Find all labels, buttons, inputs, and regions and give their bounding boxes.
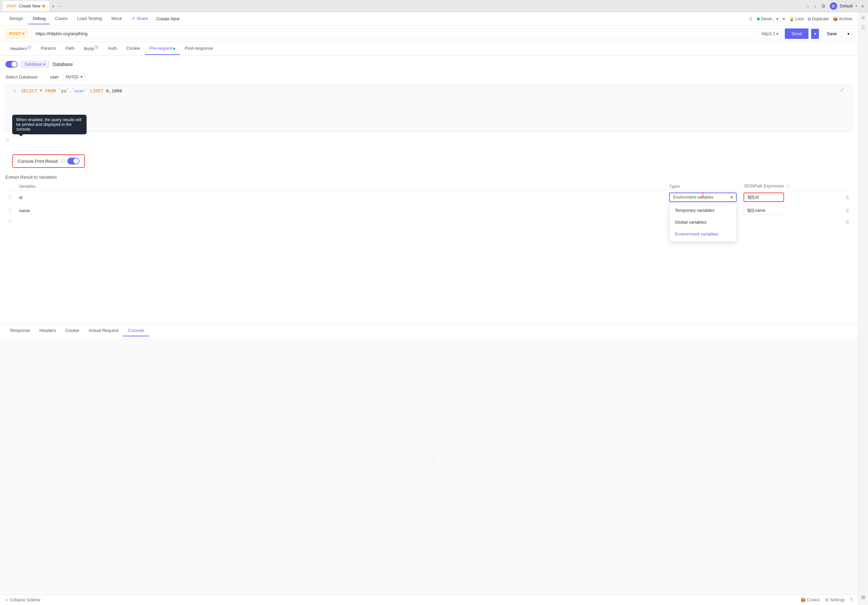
back-button[interactable]: ‹ xyxy=(806,2,810,10)
save-button[interactable]: Save xyxy=(822,28,842,39)
send-button[interactable]: Send xyxy=(785,28,809,39)
red-arrow-indicator: ↓ xyxy=(701,189,705,199)
tooltip-wrapper: When enabled, the query results will be … xyxy=(12,137,85,168)
db-label: Select Database xyxy=(5,74,46,79)
delete-row3[interactable]: 🗑 xyxy=(845,219,850,224)
save-dropdown-button[interactable]: ▾ xyxy=(845,29,852,39)
console-print-toggle[interactable] xyxy=(67,158,79,164)
settings-icon[interactable]: ⚙ xyxy=(820,2,827,10)
nav-tab-mock[interactable]: Mock xyxy=(107,13,126,24)
section-tag-chevron: ▾ xyxy=(43,62,45,67)
delete-row1[interactable]: 🗑 xyxy=(845,195,850,200)
nav-tab-design[interactable]: Design xyxy=(5,13,27,24)
console-print-label: Console Print Result xyxy=(18,159,58,164)
archive-button[interactable]: 📦 Archive xyxy=(833,17,852,21)
section-label-tag[interactable]: Database ▾ xyxy=(21,61,49,68)
drag-handle-row2[interactable]: ⠿ xyxy=(8,208,11,213)
bot-tab-console[interactable]: Console xyxy=(123,325,149,336)
right-icon-1[interactable]: ⊕ xyxy=(861,15,865,20)
env-list-button[interactable]: ≡ xyxy=(783,16,785,21)
drag-handle-row1[interactable]: ⠿ xyxy=(8,195,11,200)
section-tag-label: Database xyxy=(25,62,42,67)
tab-prerequest[interactable]: Pre-request xyxy=(145,42,180,55)
tab-params[interactable]: Params xyxy=(36,42,60,55)
jsonpath-info-icon[interactable]: ⓘ xyxy=(786,184,790,188)
dropdown-item-temporary[interactable]: Temporary variables xyxy=(670,204,736,216)
tab-auth[interactable]: Auth xyxy=(103,42,122,55)
nav-tab-loadtesting[interactable]: Load Testing xyxy=(73,13,106,24)
lock-button[interactable]: 🔒 Lock xyxy=(789,17,804,21)
expand-button[interactable]: ⤢ xyxy=(840,87,844,92)
env-label: Devel... xyxy=(761,17,775,21)
tab-path[interactable]: Path xyxy=(60,42,79,55)
help-button[interactable]: ? xyxy=(850,597,852,602)
bot-tab-response[interactable]: Response xyxy=(5,325,35,336)
right-icon-2[interactable]: ☰ xyxy=(861,24,865,30)
tab-cookie[interactable]: Cookie xyxy=(122,42,145,55)
settings-button[interactable]: ⚙ Settings xyxy=(825,597,845,602)
collapse-sidebar-button[interactable]: « Collapse Sidebar xyxy=(5,597,40,602)
url-input[interactable] xyxy=(31,28,755,39)
tab-bar-right: ‹ › ⚙ D Default ▾ ≡ xyxy=(806,2,865,10)
method-select[interactable]: POST ▾ xyxy=(5,29,28,39)
forward-button[interactable]: › xyxy=(813,2,817,10)
col-drag xyxy=(5,182,16,191)
tab-postresponse[interactable]: Post-response xyxy=(180,42,218,55)
request-tabs: Headers(1) Params Path Body(1) Auth Cook… xyxy=(0,42,858,56)
response-area xyxy=(0,337,858,594)
code-editor[interactable]: 1 SELECT * FROM `yu`.`user` LIMIT 0,1000… xyxy=(5,85,852,132)
protocol-select[interactable]: http/1.1 ▾ xyxy=(758,29,782,39)
menu-icon[interactable]: ≡ xyxy=(860,2,865,10)
main-content: Database ▾ Database Select Database user… xyxy=(0,56,858,324)
jsonpath-row1[interactable]: $[0].id xyxy=(744,192,784,202)
browser-tab[interactable]: POST Create New xyxy=(3,1,49,11)
db-type-select[interactable]: MySQL ▾ xyxy=(63,73,85,81)
env-selector[interactable]: Devel... ▾ xyxy=(757,17,778,21)
profile-chevron[interactable]: ▾ xyxy=(856,4,857,8)
nav-tab-debug[interactable]: Debug xyxy=(28,13,50,24)
extract-table: Variables Types JSONPath Expression ⓘ xyxy=(5,182,852,226)
db-row: Select Database user MySQL ▾ xyxy=(5,73,852,81)
new-tab-button[interactable]: + xyxy=(50,2,56,10)
type-dropdown-container: Environment variables ▾ ↓ xyxy=(669,192,738,202)
dropdown-item-environment[interactable]: Environment variables xyxy=(670,228,736,240)
svg-point-3 xyxy=(431,462,433,464)
cookie-icon: 🍪 xyxy=(801,597,806,602)
nav-tab-share[interactable]: ↗ Share xyxy=(127,13,152,24)
dropdown-item-global[interactable]: Global variables xyxy=(670,216,736,228)
jsonpath-row2[interactable]: $[0].name xyxy=(744,206,784,215)
more-tabs-button[interactable]: ··· xyxy=(57,2,64,10)
bot-tab-cookie[interactable]: Cookie xyxy=(61,325,84,336)
status-bar: « Collapse Sidebar 🍪 Cookie ⚙ Settings ? xyxy=(0,594,858,605)
drag-handle-console[interactable]: ⠿ xyxy=(5,137,9,144)
method-label: POST xyxy=(9,31,21,36)
info-icon[interactable]: ⓘ xyxy=(60,158,65,164)
env-chevron: ▾ xyxy=(777,17,778,21)
code-text: SELECT * FROM `yu`.`user` LIMIT 0,1000 xyxy=(21,88,122,93)
collapse-chevron-left: « xyxy=(5,597,8,602)
tab-dot xyxy=(42,5,45,8)
db-value: user xyxy=(50,74,59,79)
bottom-tabs: Response Headers Cookie Actual Request C… xyxy=(0,324,858,337)
delete-row2[interactable]: 🗑 xyxy=(845,208,850,213)
duplicate-button[interactable]: ⧉ Duplicate xyxy=(808,17,829,21)
profile-name: Default xyxy=(840,4,853,8)
nav-tab-cases[interactable]: Cases xyxy=(51,13,72,24)
tab-headers[interactable]: Headers(1) xyxy=(5,42,36,55)
settings-icon-status: ⚙ xyxy=(825,597,829,602)
right-icon-table[interactable]: ▦ xyxy=(861,594,865,600)
collapse-label: Collapse Sidebar xyxy=(10,597,40,602)
bot-tab-actualrequest[interactable]: Actual Request xyxy=(84,325,123,336)
extract-section: Extract Result to Variables Variables Ty… xyxy=(5,172,852,226)
tab-body[interactable]: Body(1) xyxy=(79,42,103,55)
send-dropdown-button[interactable]: ▾ xyxy=(811,29,819,39)
var-name: name xyxy=(19,208,30,213)
col-variables: Variables xyxy=(16,182,666,191)
profile-avatar[interactable]: D xyxy=(830,2,837,10)
drag-handle-row3[interactable]: ⠿ xyxy=(8,219,11,224)
bot-tab-headers[interactable]: Headers xyxy=(35,325,61,336)
nav-list-icon[interactable]: ⇅ xyxy=(749,16,753,22)
nav-right: ⇅ Devel... ▾ ≡ 🔒 Lock ⧉ Duplicate 📦 Arch… xyxy=(749,16,852,22)
section-toggle[interactable] xyxy=(5,61,18,68)
cookie-button[interactable]: 🍪 Cookie xyxy=(801,597,820,602)
